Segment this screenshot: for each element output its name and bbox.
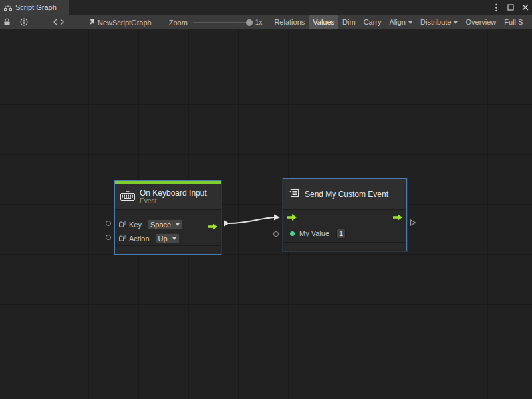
info-button[interactable] [17, 15, 31, 30]
node-on-keyboard-input[interactable]: On Keyboard Input Event Key Space [114, 180, 221, 255]
key-dropdown-value: Space [150, 221, 171, 229]
values-button[interactable]: Values [309, 15, 338, 29]
action-input-port[interactable] [106, 235, 111, 240]
keyboard-icon [120, 191, 135, 203]
graph-selector[interactable]: NewScriptGraph [87, 18, 152, 27]
control-output-port[interactable] [393, 214, 402, 222]
fullscreen-button[interactable]: Full S [500, 15, 527, 29]
action-dropdown[interactable]: Up [155, 233, 180, 243]
port-row-my-value: My Value [283, 226, 406, 241]
output-port[interactable] [410, 217, 416, 229]
action-port-label: Action [129, 235, 150, 243]
close-icon[interactable] [520, 2, 531, 13]
node-footer [283, 242, 406, 251]
node-header: Send My Custom Event [283, 179, 406, 209]
key-port-label: Key [129, 221, 142, 229]
script-graph-icon [4, 3, 12, 12]
value-type-icon [119, 235, 126, 243]
control-input-port[interactable] [287, 214, 297, 222]
control-row [283, 210, 406, 226]
window-titlebar[interactable]: Script Graph [0, 0, 532, 15]
port-row-key: Key Space [115, 217, 221, 231]
kebab-menu-icon[interactable] [491, 2, 501, 13]
key-input-port[interactable] [106, 221, 111, 226]
zoom-slider-handle[interactable] [246, 19, 253, 26]
carry-button[interactable]: Carry [360, 15, 386, 29]
maximize-icon[interactable] [505, 2, 516, 13]
lock-icon [3, 18, 11, 27]
info-icon [20, 18, 28, 27]
chevron-down-icon [172, 237, 176, 240]
value-type-icon [119, 221, 126, 229]
align-label: Align [390, 15, 406, 29]
value-port-dot [290, 231, 295, 236]
node-title: Send My Custom Event [305, 190, 388, 199]
tab-title: Script Graph [15, 3, 57, 11]
my-value-input[interactable] [336, 229, 346, 239]
overview-button[interactable]: Overview [462, 15, 500, 29]
graph-pointer-icon [87, 18, 94, 27]
chevron-down-icon [176, 223, 180, 226]
connection-wire[interactable] [0, 30, 532, 399]
zoom-label: Zoom [169, 19, 188, 27]
node-footer [115, 245, 221, 254]
node-header: On Keyboard Input Event [115, 184, 221, 209]
distribute-button[interactable]: Distribute [416, 15, 462, 29]
relations-button[interactable]: Relations [270, 15, 309, 29]
custom-event-icon [289, 188, 300, 201]
node-send-my-custom-event[interactable]: Send My Custom Event My Value [283, 178, 407, 251]
chevron-down-icon [454, 21, 458, 24]
action-dropdown-value: Up [158, 235, 168, 243]
code-icon [53, 19, 64, 27]
key-dropdown[interactable]: Space [147, 219, 183, 229]
distribute-label: Distribute [420, 15, 451, 29]
tab-script-graph[interactable]: Script Graph [0, 0, 69, 15]
graph-name: NewScriptGraph [98, 19, 152, 27]
graph-canvas[interactable]: On Keyboard Input Event Key Space [0, 30, 532, 399]
port-row-action: Action Up [115, 231, 221, 245]
align-button[interactable]: Align [386, 15, 416, 29]
node-subtitle: Event [140, 198, 207, 205]
chevron-down-icon [408, 21, 412, 24]
graph-toolbar: NewScriptGraph Zoom 1x Relations Values … [0, 15, 532, 30]
my-value-label: My Value [299, 229, 329, 237]
my-value-input-port[interactable] [273, 231, 279, 237]
zoom-slider[interactable] [193, 22, 251, 23]
node-title: On Keyboard Input [140, 189, 207, 198]
code-view-button[interactable] [50, 15, 67, 30]
dim-button[interactable]: Dim [338, 15, 360, 29]
control-output-port[interactable] [208, 221, 217, 227]
lock-button[interactable] [0, 15, 14, 30]
zoom-value: 1x [255, 19, 263, 26]
